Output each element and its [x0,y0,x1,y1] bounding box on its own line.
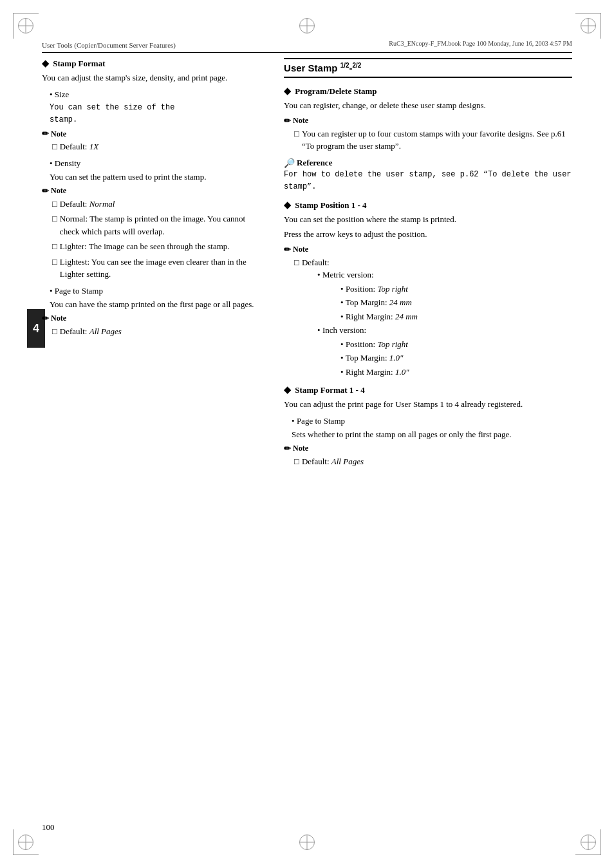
inch-label: Inch version: [317,324,572,337]
bottom-center-mark [299,835,315,850]
program-delete-note-item: □ You can register up to four custom sta… [294,127,572,153]
program-delete-note: ✏ Note □ You can register up to four cus… [284,116,572,153]
diamond-icon: ◆ [42,59,49,68]
stamp-format-1-4-heading: ◆ Stamp Format 1 - 4 [284,384,572,395]
density-description: You can set the pattern used to print th… [50,171,265,184]
stamp-position-intro2: Press the arrow keys to adjust the posit… [284,228,572,241]
density-note-default: □ Default: Normal [52,198,265,211]
stamp-format-page-note: ✏ Note □ Default: All Pages [284,444,572,468]
stamp-position-heading: ◆ Stamp Position 1 - 4 [284,200,572,211]
chapter-number: 4 [33,322,39,335]
size-note: ✏ Note □ Default: 1X [42,129,265,153]
density-note-lightest: □ Lightest: You can see the image even c… [52,256,265,281]
footer: 100 [42,822,572,833]
page-to-stamp-description: You can have the stamp printed on the fi… [50,298,265,311]
reference-text: For how to delete the user stamp, see p.… [284,169,572,193]
stamp-format-page-desc: Sets whether to print the stamp on all p… [292,428,572,441]
size-bullet: Size [50,88,265,101]
stamp-format-page-note-item: □ Default: All Pages [294,455,572,468]
size-note-item: □ Default: 1X [52,140,265,153]
inch-position: Position: Top right [340,338,572,351]
inch-top-margin: Top Margin: 1.0″ [340,352,572,364]
reference-icon: 🔎 [284,158,295,169]
page-wrapper: User Tools (Copier/Document Server Featu… [0,0,614,868]
program-delete-intro: You can register, change, or delete thes… [284,99,572,112]
page-to-stamp-note: ✏ Note □ Default: All Pages [42,314,265,338]
stamp-position-default: □ Default: [294,256,572,269]
metric-position: Position: Top right [340,283,572,296]
left-column: ◆ Stamp Format You can adjust the stamp'… [42,58,265,471]
reference-section: 🔎 Reference For how to delete the user s… [284,158,572,193]
program-delete-heading: ◆ Program/Delete Stamp [284,86,572,97]
breadcrumb: User Tools (Copier/Document Server Featu… [42,41,176,49]
user-stamp-header: User Stamp 1/2-2/2 [284,58,572,78]
reference-label: Reference [297,158,332,168]
stamp-position-note: ✏ Note □ Default: Metric version: Positi… [284,245,572,379]
reg-circle-tr [581,18,596,33]
metric-label: Metric version: [317,269,572,281]
diamond-icon-3: ◆ [284,200,291,210]
note-icon-size: ✏ [42,129,49,139]
reg-circle-bl [18,835,33,850]
header: User Tools (Copier/Document Server Featu… [42,40,572,53]
note-icon-sp: ✏ [284,245,291,255]
inch-right-margin: Right Margin: 1.0″ [340,366,572,379]
right-column: User Stamp 1/2-2/2 ◆ Program/Delete Stam… [284,58,572,471]
stamp-format-intro: You can adjust the stamp's size, density… [42,71,265,84]
stamp-format-page-bullet: Page to Stamp [292,415,572,428]
user-stamp-title: User Stamp 1/2-2/2 [284,62,361,73]
density-note: ✏ Note □ Default: Normal □ Normal: The s… [42,186,265,281]
file-info: RuC3_ENcopy-F_FM.book Page 100 Monday, J… [389,40,572,47]
main-content: ◆ Stamp Format You can adjust the stamp'… [42,58,572,813]
reg-circle-br [581,835,596,850]
page-to-stamp-note-item: □ Default: All Pages [52,325,265,338]
note-icon-sfp: ✏ [284,444,291,454]
top-center-mark [299,18,315,33]
page-to-stamp-bullet: Page to Stamp [50,285,265,297]
note-icon-page: ✏ [42,314,49,324]
note-icon-density: ✏ [42,186,49,196]
page-number: 100 [42,822,55,833]
diamond-icon-2: ◆ [284,86,291,96]
stamp-format-1-4-intro: You can adjust the print page for User S… [284,398,572,411]
stamp-position-intro: You can set the position where the stamp… [284,213,572,226]
diamond-icon-4: ◆ [284,385,291,395]
density-note-normal: □ Normal: The stamp is printed on the im… [52,212,265,238]
size-description: You can set the size of thestamp. [50,102,265,126]
metric-right-margin: Right Margin: 24 mm [340,310,572,323]
metric-section: Metric version: Position: Top right Top … [302,269,572,378]
note-icon-pd: ✏ [284,116,291,126]
metric-top-margin: Top Margin: 24 mm [340,296,572,309]
reg-circle-tl [18,18,33,33]
density-note-lighter: □ Lighter: The image can be seen through… [52,240,265,253]
density-bullet: Density [50,157,265,170]
stamp-format-heading: ◆ Stamp Format [42,58,265,69]
